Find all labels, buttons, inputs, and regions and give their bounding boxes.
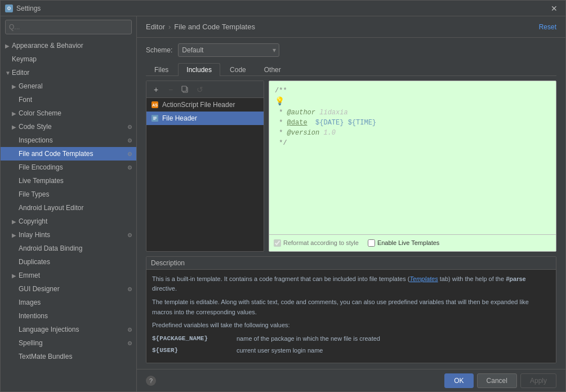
sidebar-item-inlay-hints[interactable]: ▶ Inlay Hints ⚙ bbox=[1, 228, 136, 242]
ok-button[interactable]: OK bbox=[444, 373, 473, 388]
tab-files[interactable]: Files bbox=[146, 63, 177, 76]
file-item-file-header[interactable]: File Header bbox=[146, 112, 264, 125]
reformat-label: Reformat according to style bbox=[283, 239, 359, 246]
sidebar-item-label: Appearance & Behavior bbox=[12, 42, 136, 50]
code-line: 💡 bbox=[275, 96, 550, 108]
description-panel: Description This is a built-in template.… bbox=[146, 256, 556, 363]
sidebar-item-label: Copyright bbox=[19, 217, 136, 225]
sidebar-item-android-layout[interactable]: Android Layout Editor bbox=[1, 201, 136, 215]
sidebar-item-label: Live Templates bbox=[19, 177, 136, 185]
tab-code[interactable]: Code bbox=[221, 63, 255, 76]
sidebar-item-gui-designer[interactable]: GUI Designer ⚙ bbox=[1, 282, 136, 296]
close-button[interactable]: ✕ bbox=[547, 3, 561, 14]
sidebar-item-keymap[interactable]: Keymap bbox=[1, 52, 136, 66]
description-text3: Predefined variables will take the follo… bbox=[152, 320, 550, 331]
sidebar-item-duplicates[interactable]: Duplicates bbox=[1, 255, 136, 269]
sidebar-item-emmet[interactable]: ▶ Emmet bbox=[1, 269, 136, 282]
sidebar-item-appearance[interactable]: ▶ Appearance & Behavior bbox=[1, 39, 136, 52]
sidebar-item-spelling[interactable]: Spelling ⚙ bbox=[1, 336, 136, 350]
sidebar-item-font[interactable]: Font bbox=[1, 93, 136, 106]
main-content: ▶ Appearance & Behavior Keymap ▼ Editor … bbox=[1, 16, 565, 391]
help-button[interactable]: ? bbox=[146, 376, 156, 386]
sidebar-item-general[interactable]: ▶ General bbox=[1, 79, 136, 93]
window-title: Settings bbox=[16, 5, 547, 12]
live-templates-checkbox-row: Enable Live Templates bbox=[368, 239, 439, 247]
breadcrumb-sep: › bbox=[168, 23, 171, 31]
sidebar-item-android-data[interactable]: Android Data Binding bbox=[1, 242, 136, 255]
sidebar-item-label: Editor bbox=[12, 69, 136, 77]
sidebar-item-intentions[interactable]: Intentions bbox=[1, 309, 136, 323]
tab-other[interactable]: Other bbox=[256, 63, 289, 76]
gear-icon: ⚙ bbox=[125, 284, 134, 293]
file-item-actionscript[interactable]: AS ActionScript File Header bbox=[146, 98, 264, 112]
arrow-icon: ▶ bbox=[12, 273, 19, 279]
panel-body: Scheme: Default Project Files Includes C… bbox=[137, 38, 565, 369]
gear-icon: ⚙ bbox=[125, 149, 134, 158]
description-text1: This is a built-in template. It contains… bbox=[152, 274, 550, 294]
sidebar-item-file-encodings[interactable]: File Encodings ⚙ bbox=[1, 161, 136, 174]
sidebar-item-textmate[interactable]: TextMate Bundles bbox=[1, 350, 136, 363]
tab-includes[interactable]: Includes bbox=[178, 63, 220, 76]
sidebar-item-label: Inspections bbox=[19, 136, 125, 144]
search-box[interactable] bbox=[5, 20, 132, 34]
scheme-label: Scheme: bbox=[146, 46, 172, 54]
code-line: * @date ${DATE} ${TIME} bbox=[275, 118, 550, 128]
bottom-bar: ? OK Cancel Apply bbox=[137, 369, 565, 391]
split-area: + − ↺ bbox=[146, 81, 556, 252]
svg-rect-1 bbox=[182, 86, 186, 91]
apply-button[interactable]: Apply bbox=[520, 373, 556, 388]
search-input[interactable] bbox=[9, 23, 128, 31]
sidebar-item-file-types[interactable]: File Types bbox=[1, 188, 136, 201]
sidebar-item-inspections[interactable]: Inspections ⚙ bbox=[1, 133, 136, 147]
sidebar-item-editor[interactable]: ▼ Editor bbox=[1, 66, 136, 79]
remove-button[interactable]: − bbox=[164, 83, 177, 96]
var-row: ${PACKAGE_NAME} name of the package in w… bbox=[152, 334, 550, 344]
panel-header: Editor › File and Code Templates Reset bbox=[137, 16, 565, 38]
var-name: ${USER} bbox=[152, 346, 237, 356]
sidebar-item-label: File Encodings bbox=[19, 163, 125, 171]
sidebar-item-label: Duplicates bbox=[19, 258, 136, 266]
sidebar-item-copyright[interactable]: ▶ Copyright bbox=[1, 215, 136, 228]
sidebar-item-language-injections[interactable]: Language Injections ⚙ bbox=[1, 323, 136, 336]
arrow-icon: ▼ bbox=[5, 70, 12, 76]
breadcrumb: Editor › File and Code Templates bbox=[146, 23, 539, 31]
file-icon bbox=[151, 114, 159, 122]
sidebar-item-label: Spelling bbox=[19, 339, 125, 347]
sidebar-item-code-style[interactable]: ▶ Code Style ⚙ bbox=[1, 120, 136, 133]
breadcrumb-parent: Editor bbox=[146, 23, 165, 31]
sidebar-item-label: Android Layout Editor bbox=[19, 204, 136, 212]
sidebar-item-label: TextMate Bundles bbox=[19, 353, 136, 360]
sidebar-item-label: Inlay Hints bbox=[19, 231, 125, 239]
file-list: AS ActionScript File Header bbox=[146, 98, 264, 251]
live-templates-checkbox[interactable] bbox=[368, 239, 375, 247]
breadcrumb-current: File and Code Templates bbox=[174, 23, 255, 31]
code-line: /** bbox=[275, 86, 550, 96]
sidebar-item-label: File Types bbox=[19, 190, 136, 198]
code-editor-footer: Reformat according to style Enable Live … bbox=[269, 234, 556, 251]
sidebar-item-label: Keymap bbox=[12, 55, 136, 63]
file-item-label: File Header bbox=[162, 114, 197, 122]
revert-button[interactable]: ↺ bbox=[194, 83, 206, 96]
sidebar-item-color-scheme[interactable]: ▶ Color Scheme bbox=[1, 106, 136, 120]
code-content[interactable]: /** 💡 * @author lidaxia * @date ${DATE} … bbox=[269, 81, 556, 234]
live-templates-label: Enable Live Templates bbox=[377, 239, 439, 246]
templates-link[interactable]: Templates bbox=[409, 275, 438, 282]
reset-button[interactable]: Reset bbox=[539, 23, 556, 31]
copy-button[interactable] bbox=[179, 83, 191, 96]
sidebar-item-file-code-templates[interactable]: File and Code Templates ⚙ bbox=[1, 147, 136, 161]
code-line: * @version 1.0 bbox=[275, 128, 550, 138]
arrow-icon: ▶ bbox=[5, 43, 12, 49]
sidebar-tree: ▶ Appearance & Behavior Keymap ▼ Editor … bbox=[1, 38, 136, 391]
arrow-icon: ▶ bbox=[12, 110, 19, 117]
reformat-checkbox[interactable] bbox=[274, 239, 281, 247]
file-list-panel: + − ↺ bbox=[146, 81, 264, 252]
sidebar-item-live-templates[interactable]: Live Templates bbox=[1, 174, 136, 188]
sidebar-item-label: Emmet bbox=[19, 271, 136, 279]
description-header: Description bbox=[146, 257, 556, 270]
sidebar-item-label: GUI Designer bbox=[19, 285, 125, 293]
scheme-select[interactable]: Default Project bbox=[178, 43, 279, 57]
file-item-label: ActionScript File Header bbox=[162, 101, 235, 109]
cancel-button[interactable]: Cancel bbox=[477, 373, 517, 388]
add-button[interactable]: + bbox=[150, 83, 162, 96]
sidebar-item-images[interactable]: Images bbox=[1, 296, 136, 309]
